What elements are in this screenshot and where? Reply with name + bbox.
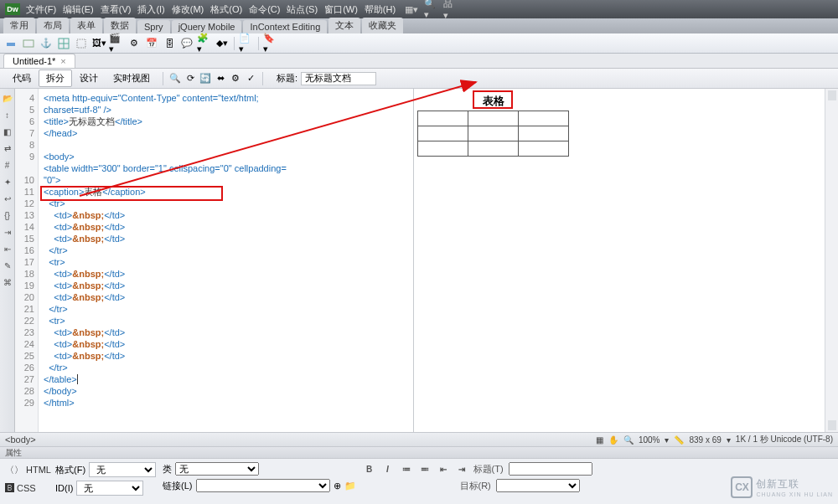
line-numbers-icon[interactable]: # [2, 159, 13, 171]
ul-button[interactable]: ≔ [400, 462, 413, 476]
menu-item[interactable]: 查看(V) [97, 2, 135, 18]
email-icon[interactable] [21, 36, 36, 51]
menu-item[interactable]: 插入(I) [134, 2, 168, 18]
templates-icon[interactable]: 📄▾ [239, 36, 254, 51]
div-icon[interactable] [74, 36, 89, 51]
table-icon[interactable] [56, 36, 71, 51]
media-icon[interactable]: 🎬▾ [109, 36, 124, 51]
snippets-icon[interactable]: ⌘ [2, 276, 13, 288]
zoom-tool-icon[interactable]: 🔍 [623, 435, 634, 445]
category-tab[interactable]: 布局 [37, 18, 69, 33]
code-view[interactable]: <meta http-equiv="Content-Type" content=… [39, 89, 414, 432]
close-icon[interactable]: × [60, 56, 65, 66]
category-tabs: 常用布局表单数据SpryjQuery MobileInContext Editi… [0, 18, 838, 33]
wrap-icon[interactable]: ↩ [2, 193, 13, 204]
browse-icon[interactable]: 📁 [344, 481, 356, 491]
open-docs-icon[interactable]: 📂 [2, 92, 13, 104]
point-to-file-icon[interactable]: ⊕ [334, 481, 341, 491]
anchor-icon[interactable]: ⚓ [39, 36, 54, 51]
menu-item[interactable]: 站点(S) [283, 2, 321, 18]
titlebar: Dw 文件(F)编辑(E)查看(V)插入(I)修改(M)格式(O)命令(C)站点… [0, 0, 838, 18]
vertical-scrollbar[interactable] [825, 89, 838, 432]
script-icon[interactable]: ◆▾ [215, 36, 230, 51]
menu-item[interactable]: 文件(F) [23, 2, 59, 18]
view-button[interactable]: 拆分 [39, 69, 72, 87]
date-icon[interactable]: 📅 [144, 36, 159, 51]
menu-item[interactable]: 帮助(H) [361, 2, 399, 18]
viewbar: 代码拆分设计实时视图 🔍 ⟳ 🔄 ⬌ ⚙ ✓ 标题: [0, 69, 838, 89]
check-icon[interactable]: ✓ [244, 72, 257, 85]
head-icon[interactable]: 🧩▾ [197, 36, 212, 51]
view-button[interactable]: 代码 [5, 69, 39, 87]
refresh-icon[interactable]: 🔄 [199, 72, 212, 85]
format-icon[interactable]: ✎ [2, 260, 13, 271]
menu-item[interactable]: 编辑(E) [59, 2, 97, 18]
inspect-icon[interactable]: 🔍 [168, 72, 182, 85]
window-size[interactable]: 839 x 69 [689, 435, 721, 445]
outdent-button[interactable]: ⇤ [437, 462, 450, 476]
menu-item[interactable]: 命令(C) [246, 2, 283, 18]
menu-item[interactable]: 修改(M) [168, 2, 208, 18]
pointer-tool-icon[interactable]: ▦ [596, 435, 603, 445]
design-view[interactable]: 表格 [414, 89, 825, 432]
category-tab[interactable]: Spry [137, 20, 170, 33]
document-tab[interactable]: Untitled-1* × [3, 54, 75, 68]
category-tab[interactable]: 表单 [70, 18, 102, 33]
view-button[interactable]: 设计 [72, 69, 106, 87]
view-button[interactable]: 实时视图 [106, 69, 158, 87]
category-tab[interactable]: 数据 [104, 18, 136, 33]
bold-button[interactable]: B [363, 462, 376, 476]
title-input[interactable] [301, 72, 376, 85]
category-tab[interactable]: 收藏夹 [362, 18, 403, 33]
server-icon[interactable]: 🗄 [162, 36, 177, 51]
window-icon[interactable]: 品▾ [443, 3, 457, 16]
comment-icon[interactable]: 💬 [179, 36, 194, 51]
format-label: 格式(F) [55, 464, 85, 476]
css-mode-tab[interactable]: 🅱 CSS [5, 483, 52, 493]
outdent-icon[interactable]: ⇤ [2, 243, 13, 255]
menu-item[interactable]: 窗口(W) [321, 2, 361, 18]
nav-icon[interactable]: ⬌ [214, 72, 227, 85]
target-select[interactable] [496, 479, 580, 492]
options-icon[interactable]: ⚙ [229, 72, 242, 85]
indent-button[interactable]: ⇥ [455, 462, 468, 476]
tag-icon[interactable]: 🔖▾ [263, 36, 278, 51]
category-tab[interactable]: InContext Editing [243, 20, 327, 33]
syntax-icon[interactable]: {} [2, 209, 13, 221]
image-menu-icon[interactable]: 🖼▾ [91, 36, 106, 51]
italic-button[interactable]: I [381, 462, 395, 476]
ruler-icon[interactable]: 📏 [674, 435, 684, 445]
hand-tool-icon[interactable]: ✋ [608, 435, 618, 445]
widget-icon[interactable]: ⚙ [127, 36, 142, 51]
title-attr-input[interactable] [509, 462, 592, 476]
live-code-icon[interactable]: ⟳ [184, 72, 197, 85]
class-select[interactable]: 无 [175, 462, 259, 476]
zoom-icon[interactable]: 🔍▾ [424, 3, 437, 16]
id-select[interactable]: 无 [76, 481, 143, 496]
layout-icon[interactable]: ▦▾ [405, 3, 418, 16]
ol-button[interactable]: ≕ [418, 462, 432, 476]
link-select[interactable] [196, 479, 330, 492]
hyperlink-icon[interactable] [3, 36, 18, 51]
select-parent-icon[interactable]: ◧ [2, 126, 13, 137]
balance-icon[interactable]: ⇄ [2, 142, 13, 154]
indent-icon[interactable]: ⇥ [2, 226, 13, 238]
collapse-icon[interactable]: ↕ [2, 109, 13, 121]
properties-header[interactable]: 属性 [0, 447, 838, 459]
document-tabs: Untitled-1* × [0, 54, 838, 69]
category-tab[interactable]: 常用 [3, 18, 35, 33]
highlight-icon[interactable]: ✦ [2, 176, 13, 188]
annotation-box-caption [473, 90, 513, 109]
tag-selector-bar: <body> ▦ ✋ 🔍 100% ▾ 📏 839 x 69 ▾ 1K / 1 … [0, 432, 838, 447]
category-tab[interactable]: 文本 [328, 18, 360, 33]
tag-path[interactable]: <body> [5, 435, 36, 445]
svg-rect-0 [7, 43, 15, 46]
zoom-level[interactable]: 100% [639, 435, 660, 445]
title-label: 标题: [277, 72, 297, 85]
html-mode-tab[interactable]: 〈〉HTML [5, 464, 52, 476]
format-select[interactable]: 无 [89, 462, 156, 477]
preview-table[interactable] [417, 111, 569, 157]
insert-toolbar: ⚓ 🖼▾ 🎬▾ ⚙ 📅 🗄 💬 🧩▾ ◆▾ 📄▾ 🔖▾ [0, 33, 838, 54]
status-text: 1K / 1 秒 Unicode (UTF-8) [736, 434, 833, 445]
menu-item[interactable]: 格式(O) [207, 2, 246, 18]
